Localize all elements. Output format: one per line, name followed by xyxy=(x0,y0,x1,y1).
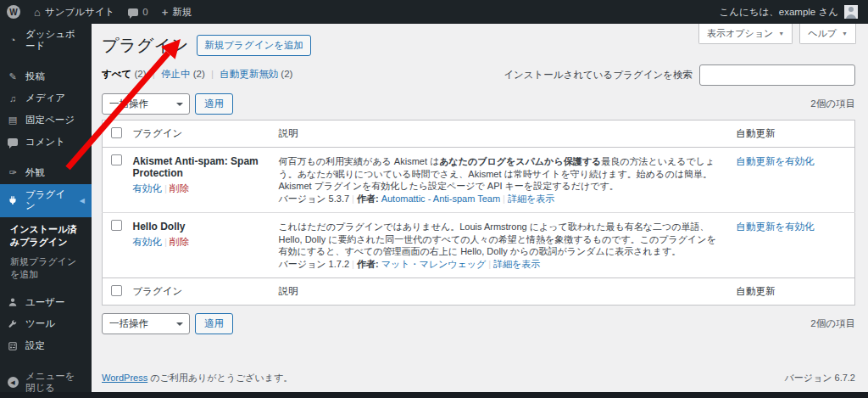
appearance-icon: ✑ xyxy=(7,167,19,178)
submenu-item-installed-plugins[interactable]: インストール済みプラグイン xyxy=(0,220,92,252)
sidebar-item-label: 投稿 xyxy=(25,71,45,83)
bulk-action-select-top[interactable]: 一括操作 xyxy=(102,93,190,115)
plugins-submenu: インストール済みプラグイン 新規プラグインを追加 xyxy=(0,217,92,291)
greeting-text: こんにちは、example さん xyxy=(719,6,838,19)
admin-footer: WordPress のご利用ありがとうございます。 バージョン 6.7.2 xyxy=(102,372,855,384)
enable-auto-update-link[interactable]: 自動更新を有効化 xyxy=(737,221,815,232)
wordpress-admin-page: W ⌂ サンプルサイト 0 + 新規 こんにちは、example さん ◔ ダッ… xyxy=(0,0,868,398)
delete-link[interactable]: 削除 xyxy=(170,183,189,193)
meta-separator: | xyxy=(352,259,354,269)
settings-icon xyxy=(7,341,19,351)
apply-button-top[interactable]: 適用 xyxy=(195,93,233,115)
sidebar-item-posts[interactable]: ✎ 投稿 xyxy=(0,66,92,88)
sidebar-item-label: 外観 xyxy=(25,167,45,179)
delete-link[interactable]: 削除 xyxy=(170,237,189,247)
sidebar-item-label: ユーザー xyxy=(25,297,65,309)
menu-separator xyxy=(0,58,92,66)
filter-inactive-count: (2) xyxy=(193,69,205,79)
bottom-edge-bar xyxy=(0,392,868,398)
items-count-bottom: 2個の項目 xyxy=(810,317,855,330)
column-header-description: 説明 xyxy=(270,121,728,148)
new-content-link[interactable]: + 新規 xyxy=(162,6,192,19)
filter-all-link[interactable]: すべて xyxy=(102,69,131,79)
row-checkbox-hello-dolly[interactable] xyxy=(111,220,122,231)
row-checkbox-akismet[interactable] xyxy=(111,154,122,165)
select-all-checkbox-top[interactable] xyxy=(111,127,122,138)
action-separator: | xyxy=(164,183,167,193)
collapse-menu-label: メニューを閉じる xyxy=(25,371,85,395)
help-button[interactable]: ヘルプ ▼ xyxy=(799,24,856,44)
column-header-description: 説明 xyxy=(270,278,728,306)
tablenav-bottom: 一括操作 適用 2個の項目 xyxy=(102,313,855,334)
view-details-link[interactable]: 詳細を表示 xyxy=(493,259,540,269)
search-plugins-input[interactable] xyxy=(699,64,855,86)
plugin-name: Akismet Anti-spam: Spam Protection xyxy=(133,155,262,179)
filter-auto-update-disabled-count: (2) xyxy=(281,69,292,79)
activate-link[interactable]: 有効化 xyxy=(133,183,163,193)
site-name: サンプルサイト xyxy=(45,6,114,19)
chevron-down-icon: ▼ xyxy=(778,31,784,36)
sidebar-item-pages[interactable]: ▤ 固定ページ xyxy=(0,109,92,132)
sidebar-item-tools[interactable]: ツール xyxy=(0,313,92,335)
comments-admin-link[interactable]: 0 xyxy=(128,7,147,17)
sidebar-item-settings[interactable]: 設定 xyxy=(0,335,92,357)
select-all-checkbox-bottom[interactable] xyxy=(111,285,122,296)
account-menu[interactable]: こんにちは、example さん xyxy=(719,5,858,19)
add-new-plugin-button[interactable]: 新規プラグインを追加 xyxy=(197,35,311,56)
submenu-item-add-new-plugin[interactable]: 新規プラグインを追加 xyxy=(0,252,92,284)
chevron-down-icon: ▼ xyxy=(842,31,848,36)
visit-site-link[interactable]: ⌂ サンプルサイト xyxy=(34,6,114,19)
items-count-top: 2個の項目 xyxy=(810,98,855,110)
author-link[interactable]: マット・マレンウェッグ xyxy=(381,259,487,269)
comments-icon xyxy=(7,138,19,146)
sidebar-item-label: プラグイン xyxy=(25,189,73,213)
dashboard-icon: ◔ xyxy=(7,35,19,46)
activate-link[interactable]: 有効化 xyxy=(133,237,163,247)
bulk-action-selected: 一括操作 xyxy=(109,98,148,110)
filter-inactive-link[interactable]: 停止中 xyxy=(161,69,191,79)
filter-auto-update-disabled-link[interactable]: 自動更新無効 xyxy=(220,69,278,79)
table-header-row: プラグイン 説明 自動更新 xyxy=(103,121,855,148)
wordpress-menu[interactable]: W xyxy=(7,5,20,19)
bulk-action-selected: 一括操作 xyxy=(109,317,148,330)
menu-separator xyxy=(0,357,92,366)
sidebar-item-media[interactable]: ♫ メディア xyxy=(0,87,92,109)
view-details-link[interactable]: 詳細を表示 xyxy=(508,193,554,204)
sidebar-item-label: ダッシュボード xyxy=(25,29,85,53)
plugin-description: これはただのプラグインではありません。Louis Armstrong によって歌… xyxy=(279,221,720,258)
pages-icon: ▤ xyxy=(7,115,19,126)
column-header-auto-update: 自動更新 xyxy=(728,121,855,148)
sidebar-item-appearance[interactable]: ✑ 外観 xyxy=(0,162,92,184)
wordpress-link[interactable]: WordPress xyxy=(102,373,147,383)
column-header-auto-update: 自動更新 xyxy=(728,278,855,306)
wordpress-logo-icon: W xyxy=(7,5,20,19)
help-label: ヘルプ xyxy=(808,27,837,40)
current-menu-arrow-icon: ◀ xyxy=(80,197,85,205)
footer-thanks: WordPress のご利用ありがとうございます。 xyxy=(102,372,292,384)
comments-count: 0 xyxy=(142,7,147,17)
home-icon: ⌂ xyxy=(34,6,41,19)
column-header-name: プラグイン xyxy=(125,278,270,306)
plugin-version: バージョン 1.7.2 xyxy=(279,259,350,269)
enable-auto-update-link[interactable]: 自動更新を有効化 xyxy=(737,156,815,166)
column-header-name: プラグイン xyxy=(125,121,270,148)
meta-separator: | xyxy=(488,259,491,269)
bulk-action-select-bottom[interactable]: 一括操作 xyxy=(102,313,190,334)
screen-options-button[interactable]: 表示オプション ▼ xyxy=(698,24,793,44)
plus-icon: + xyxy=(162,6,169,19)
author-label: 作者: xyxy=(357,259,381,269)
filter-separator: | xyxy=(153,69,155,79)
apply-button-bottom[interactable]: 適用 xyxy=(195,313,233,334)
author-link[interactable]: Automattic - Anti-spam Team xyxy=(381,193,500,204)
plugin-status-filters: すべて (2) | 停止中 (2) | 自動更新無効 (2) xyxy=(102,64,292,81)
sidebar-item-plugins[interactable]: プラグイン ◀ xyxy=(0,184,92,218)
sidebar-item-label: 設定 xyxy=(25,340,45,352)
sidebar-item-comments[interactable]: コメント xyxy=(0,132,92,154)
plugin-version: バージョン 5.3.7 xyxy=(279,193,350,204)
table-row: Akismet Anti-spam: Spam Protection 有効化|削… xyxy=(103,148,855,213)
sidebar-item-dashboard[interactable]: ◔ ダッシュボード xyxy=(0,24,92,58)
avatar xyxy=(844,5,858,19)
filter-all-count: (2) xyxy=(135,69,147,79)
sidebar-item-label: メディア xyxy=(25,92,65,104)
sidebar-item-users[interactable]: ユーザー xyxy=(0,292,92,314)
